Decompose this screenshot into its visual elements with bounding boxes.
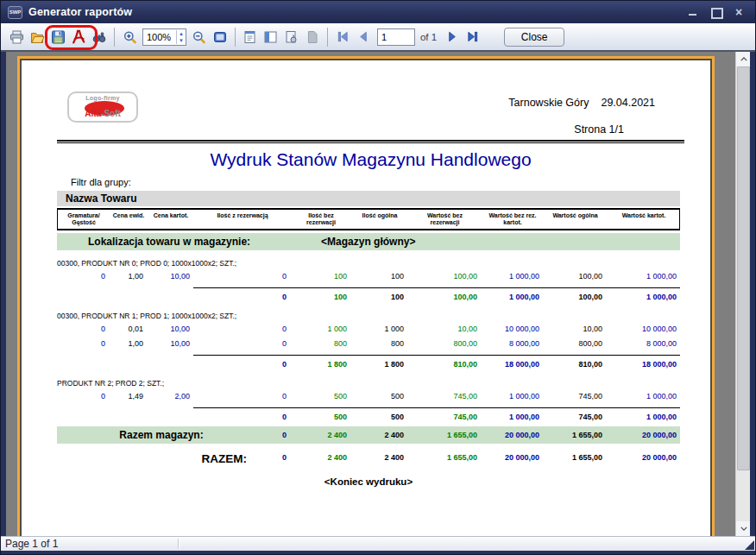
warehouse-total-cell: 1 655,00 <box>543 430 606 441</box>
open-folder-icon <box>30 30 45 44</box>
preview-area: Logo-firmy Alta-Soft Tarnowskie Góry29.0… <box>1 52 755 536</box>
zoom-in-button[interactable] <box>119 26 140 48</box>
empty-cell <box>109 353 147 370</box>
minimize-button[interactable] <box>688 7 700 17</box>
value-cell: 1,49 <box>109 391 147 402</box>
column-header: Ilość ogólna <box>351 210 408 229</box>
value-cell: 1 000 <box>350 324 407 335</box>
report-generator-window: SWP Generator raportów × <box>0 0 756 555</box>
page-number-input[interactable] <box>377 28 415 46</box>
value-cell: 500 <box>290 391 350 402</box>
find-button[interactable] <box>89 26 110 48</box>
export-pdf-button[interactable] <box>68 26 89 48</box>
value-cell: 10,00 <box>543 324 606 335</box>
zoom-level-control[interactable]: 100% ▲▼ <box>142 28 186 46</box>
value-cell: 800,00 <box>543 338 606 350</box>
close-window-button[interactable]: × <box>733 7 745 17</box>
logo-line2: Alta-Soft <box>69 109 136 118</box>
print-options-icon <box>243 30 257 44</box>
print-icon <box>9 30 24 44</box>
value-cell: 500 <box>350 391 407 402</box>
column-header: Wartość kartot. <box>607 210 681 229</box>
double-rule <box>57 140 684 143</box>
table-row: 01,492,000500500745,001 000,00745,001 00… <box>57 391 680 402</box>
chevron-up-icon <box>740 57 747 61</box>
subtotal-cell: 0 <box>193 287 290 303</box>
zoom-out-button[interactable] <box>189 26 210 48</box>
table-row: 00,0110,0001 0001 00010,0010 000,0010,00… <box>57 324 680 335</box>
last-page-icon <box>466 30 480 43</box>
fullscreen-icon <box>212 30 228 44</box>
product-name: PRODUKT NR 2; PROD 2; SZT.; <box>57 379 680 388</box>
location-label: Lokalizacja towaru w magazynie: <box>88 236 250 248</box>
scroll-down-button[interactable] <box>736 521 751 536</box>
save-button[interactable] <box>47 26 68 48</box>
subtotal-cell: 18 000,00 <box>481 355 543 370</box>
thumbnails-button[interactable] <box>261 26 281 48</box>
value-cell: 100 <box>350 271 407 282</box>
print-button[interactable] <box>6 26 27 48</box>
print-options-button[interactable] <box>240 26 261 48</box>
value-cell: 0 <box>193 338 290 350</box>
warehouse-total-cell: 2 400 <box>290 430 350 441</box>
next-page-button[interactable] <box>442 26 463 48</box>
location-value: <Magazyn główny> <box>321 236 415 248</box>
open-button[interactable] <box>27 26 47 48</box>
toolbar-separator <box>114 28 115 47</box>
vertical-scrollbar[interactable] <box>735 52 750 536</box>
fullscreen-button[interactable] <box>210 26 230 48</box>
spin-up-icon[interactable]: ▲ <box>177 30 186 37</box>
first-page-icon <box>336 30 350 43</box>
subtotal-row: 01 8001 800810,0018 000,00810,0018 000,0… <box>57 353 680 370</box>
empty-cell <box>147 286 193 303</box>
scroll-up-button[interactable] <box>736 52 751 66</box>
resize-grip[interactable] <box>745 540 754 550</box>
value-cell: 1 000,00 <box>481 391 543 402</box>
zoom-in-icon <box>123 30 137 44</box>
page-setup-button[interactable] <box>281 26 302 48</box>
grand-total-cell: 20 000,00 <box>606 452 680 464</box>
grand-total-cell: 1 655,00 <box>543 452 606 464</box>
subtotal-cell: 1 800 <box>290 355 350 370</box>
value-cell: 0,01 <box>109 324 147 335</box>
subtotal-cell: 500 <box>290 407 350 423</box>
subtotal-cell: 1 000,00 <box>481 287 543 303</box>
column-header: Ilość bez rezerwacji <box>291 210 351 229</box>
close-preview-button[interactable]: Close <box>504 28 564 47</box>
value-cell: 1,00 <box>109 271 147 282</box>
maximize-button[interactable] <box>710 7 722 17</box>
warehouse-total-row: Razem magazyn:02 4002 4001 655,0020 000,… <box>57 426 680 444</box>
subtotal-cell: 745,00 <box>543 407 606 423</box>
spin-down-icon[interactable]: ▼ <box>177 37 186 44</box>
first-page-button[interactable] <box>332 26 353 48</box>
scrollbar-thumb[interactable] <box>737 66 750 470</box>
empty-cell <box>109 406 147 423</box>
value-cell: 1,00 <box>109 338 147 350</box>
empty-cell <box>147 353 193 370</box>
value-cell: 745,00 <box>543 391 606 402</box>
column-header: Ilość z rezerwacją <box>194 210 291 229</box>
toolbar-separator <box>235 28 236 47</box>
warehouse-total-cell: 20 000,00 <box>481 430 543 441</box>
value-cell: 10 000,00 <box>606 324 680 335</box>
page-setup-icon <box>284 30 299 44</box>
zoom-level-value: 100% <box>147 32 176 42</box>
city-date: Tarnowskie Góry29.04.2021 <box>508 97 684 109</box>
page-count-label: of 1 <box>420 32 437 42</box>
watermark-button[interactable] <box>302 26 323 48</box>
last-page-button[interactable] <box>463 26 483 48</box>
status-text: Page 1 of 1 <box>5 538 58 550</box>
toolbar: 100% ▲▼ <box>1 23 755 52</box>
zoom-out-icon <box>192 30 206 44</box>
subtotal-cell: 1 800 <box>350 355 407 370</box>
value-cell: 100,00 <box>407 271 481 282</box>
value-cell: 0 <box>57 391 109 402</box>
column-header: Cena ewid. <box>110 210 148 229</box>
zoom-spinner[interactable]: ▲▼ <box>176 30 186 44</box>
report-title: Wydruk Stanów Magazynu Handlowego <box>57 149 684 170</box>
prev-page-button[interactable] <box>353 26 374 48</box>
group-header: Nazwa Towaru <box>57 191 680 206</box>
app-icon: SWP <box>8 6 22 19</box>
value-cell: 0 <box>57 338 109 350</box>
grand-total-cell: 20 000,00 <box>481 452 543 464</box>
